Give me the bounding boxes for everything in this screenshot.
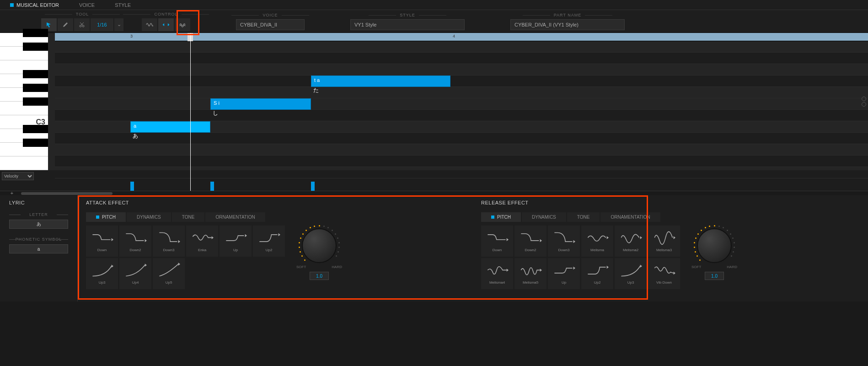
preset-down[interactable]: Down — [86, 226, 118, 257]
style-field[interactable] — [350, 19, 465, 30]
preset-enka[interactable]: Enka — [186, 226, 218, 257]
vel-bar[interactable] — [311, 182, 315, 191]
preset-label: Up2 — [266, 248, 273, 252]
c3-label: C3 — [36, 118, 45, 126]
svg-marker-14 — [607, 236, 609, 239]
vel-bar[interactable] — [130, 182, 134, 191]
note-ta[interactable]: t aた — [311, 75, 450, 87]
quantize-dropdown[interactable]: ⌄ — [114, 18, 123, 31]
preset-label: Melisma3 — [656, 248, 672, 252]
preset-up[interactable]: Up — [548, 258, 580, 289]
partname-field[interactable] — [510, 19, 625, 30]
add-lane-button[interactable]: + — [9, 191, 15, 196]
wave-control[interactable] — [142, 18, 157, 31]
preset-down3[interactable]: Down3 — [153, 226, 185, 257]
svg-marker-20 — [607, 266, 609, 269]
piano-roll: C3 3 4 aあ S iし t aた — [0, 33, 868, 170]
svg-point-1 — [82, 25, 84, 27]
voice-field[interactable] — [236, 19, 305, 30]
attack-tab-ornamentation[interactable]: ORNAMENTATION — [205, 212, 265, 222]
preset-up5[interactable]: Up5 — [153, 258, 185, 289]
preset-melisma3[interactable]: Melisma3 — [648, 226, 680, 257]
attack-tab-pitch[interactable]: PITCH — [86, 212, 126, 222]
preset-up[interactable]: Up — [220, 226, 252, 257]
svg-marker-10 — [178, 263, 180, 266]
letter-input[interactable] — [9, 220, 68, 229]
attack-effect-section: ATTACK EFFECT PITCH DYNAMICS TONE ORNAME… — [78, 195, 473, 301]
svg-marker-17 — [507, 269, 509, 272]
preset-down[interactable]: Down — [481, 226, 513, 257]
voice-field-label: VOICE — [263, 13, 278, 17]
lyric-panel: LYRIC LETTER PHONETIC SYMBOL — [0, 195, 78, 301]
expression-control[interactable] — [158, 18, 174, 31]
attack-tab-tone[interactable]: TONE — [172, 212, 205, 222]
preset-down2[interactable]: Down2 — [119, 226, 151, 257]
piano-keyboard[interactable]: C3 — [0, 33, 48, 170]
release-tab-dynamics[interactable]: DYNAMICS — [522, 212, 566, 222]
svg-marker-15 — [640, 236, 642, 239]
preset-melisma5[interactable]: Melisma5 — [514, 258, 547, 289]
svg-marker-8 — [112, 264, 113, 268]
vertical-zoom[interactable] — [862, 97, 866, 107]
preset-vib-down[interactable]: Vib Down — [648, 258, 680, 289]
preset-up2[interactable]: Up2 — [253, 226, 285, 257]
attack-title: ATTACK EFFECT — [86, 200, 465, 205]
release-title: RELEASE EFFECT — [481, 200, 860, 205]
preset-label: Down2 — [130, 248, 141, 252]
preset-label: Up4 — [132, 280, 139, 285]
velocity-lane: Velocity — [0, 170, 868, 191]
cut-tool[interactable] — [74, 18, 90, 31]
preset-up3[interactable]: Up3 — [86, 258, 118, 289]
svg-marker-2 — [112, 238, 113, 242]
velocity-track[interactable] — [55, 170, 868, 191]
release-tab-ornamentation[interactable]: ORNAMENTATION — [600, 212, 660, 222]
horizontal-scroll[interactable]: + — [0, 191, 868, 195]
timeline-ruler[interactable]: 3 4 — [55, 33, 868, 41]
svg-marker-19 — [573, 267, 575, 270]
svg-marker-18 — [540, 269, 542, 272]
preset-label: Down3 — [558, 248, 570, 252]
note-lyric: し — [213, 109, 218, 117]
release-knob-value[interactable] — [705, 272, 724, 280]
preset-down2[interactable]: Down2 — [514, 226, 547, 257]
release-tab-pitch[interactable]: PITCH — [481, 212, 521, 222]
tool-group-label: TOOL — [76, 12, 89, 16]
svg-marker-16 — [674, 236, 675, 239]
tab-musical-editor[interactable]: MUSICAL EDITOR — [0, 0, 69, 10]
velocity-select[interactable]: Velocity — [2, 172, 34, 180]
pencil-tool[interactable] — [58, 18, 73, 31]
preset-down3[interactable]: Down3 — [548, 226, 580, 257]
letter-label: LETTER — [9, 212, 68, 217]
top-tabs: MUSICAL EDITOR VOICE STYLE — [0, 0, 868, 10]
attack-tab-dynamics[interactable]: DYNAMICS — [127, 212, 171, 222]
release-tab-tone[interactable]: TONE — [567, 212, 600, 222]
note-a[interactable]: aあ — [130, 121, 210, 133]
tab-style[interactable]: STYLE — [105, 0, 141, 10]
quantize-value[interactable]: 1/16 — [91, 18, 113, 31]
vibrato-control[interactable] — [175, 18, 190, 31]
vel-bar[interactable] — [210, 182, 214, 191]
style-field-label: STYLE — [400, 13, 415, 17]
control-group-label: CONTROL — [154, 12, 177, 16]
svg-marker-4 — [178, 240, 180, 243]
svg-marker-22 — [674, 272, 675, 275]
svg-marker-13 — [573, 240, 575, 243]
preset-up3[interactable]: Up3 — [615, 258, 647, 289]
preset-up2[interactable]: Up2 — [581, 258, 613, 289]
note-si[interactable]: S iし — [210, 98, 311, 110]
scroll-thumb[interactable] — [21, 192, 113, 195]
preset-melisma2[interactable]: Melisma2 — [615, 226, 647, 257]
attack-knob-value[interactable] — [310, 272, 329, 280]
svg-marker-21 — [640, 264, 642, 268]
note-grid[interactable]: 3 4 aあ S iし t aた — [55, 33, 868, 170]
preset-up4[interactable]: Up4 — [119, 258, 151, 289]
tab-voice[interactable]: VOICE — [69, 0, 105, 10]
phonetic-input[interactable] — [9, 244, 68, 253]
note-lyric: た — [313, 86, 319, 94]
svg-marker-3 — [145, 239, 147, 242]
svg-marker-7 — [279, 233, 280, 237]
preset-melisma[interactable]: Melisma — [581, 226, 613, 257]
preset-label: Melisma — [590, 248, 604, 252]
release-effect-section: RELEASE EFFECT PITCH DYNAMICS TONE ORNAM… — [473, 195, 868, 301]
preset-melisma4[interactable]: Melisma4 — [481, 258, 513, 289]
